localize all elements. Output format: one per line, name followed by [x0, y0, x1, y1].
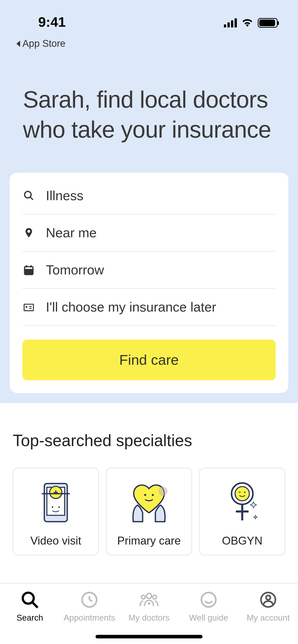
doctors-group-icon — [139, 590, 159, 610]
svg-point-36 — [201, 593, 216, 607]
tab-label: Appointments — [64, 613, 115, 623]
svg-rect-6 — [24, 304, 34, 311]
svg-point-31 — [146, 593, 152, 598]
battery-icon — [258, 18, 278, 28]
svg-line-30 — [89, 600, 92, 601]
insurance-value: I'll choose my insurance later — [46, 299, 216, 315]
svg-point-21 — [158, 487, 168, 496]
svg-point-0 — [25, 191, 31, 198]
insurance-card-icon — [22, 301, 35, 313]
search-icon — [22, 190, 35, 201]
search-card: Illness Near me Tomorrow I'll choose my … — [10, 173, 288, 393]
back-to-appstore-link[interactable]: App Store — [0, 38, 298, 57]
page-headline: Sarah, find local doctors who take your … — [0, 57, 298, 173]
specialty-card-primary-care[interactable]: Primary care — [106, 468, 192, 555]
account-icon — [258, 590, 278, 610]
specialty-card-obgyn[interactable]: OBGYN — [199, 468, 285, 555]
specialty-label: OBGYN — [222, 534, 263, 547]
home-indicator[interactable] — [96, 635, 202, 638]
svg-rect-3 — [25, 269, 33, 274]
search-condition-field[interactable]: Illness — [22, 183, 276, 214]
find-care-button[interactable]: Find care — [22, 340, 276, 380]
date-value: Tomorrow — [46, 262, 104, 277]
status-bar: 9:41 — [0, 0, 298, 38]
svg-point-16 — [52, 506, 53, 508]
cellular-signal-icon — [224, 18, 237, 27]
back-link-label: App Store — [22, 38, 65, 49]
specialties-title: Top-searched specialties — [13, 431, 285, 450]
calendar-icon — [22, 264, 35, 275]
specialty-label: Video visit — [30, 534, 81, 547]
svg-point-32 — [141, 595, 145, 599]
specialty-label: Primary care — [117, 534, 181, 547]
wifi-icon — [241, 18, 253, 28]
location-pin-icon — [22, 227, 35, 238]
tab-label: Well guide — [189, 613, 228, 623]
tab-my-doctors[interactable]: My doctors — [119, 590, 179, 623]
specialties-section: Top-searched specialties Video visit — [0, 403, 298, 555]
svg-line-27 — [32, 602, 38, 608]
status-indicators — [224, 18, 278, 28]
status-time: 9:41 — [38, 14, 66, 30]
tab-my-account[interactable]: My account — [238, 590, 298, 623]
svg-point-19 — [144, 494, 146, 496]
svg-point-38 — [266, 595, 270, 600]
tab-label: My doctors — [128, 613, 169, 623]
svg-point-23 — [235, 487, 249, 501]
tab-label: My account — [247, 613, 290, 623]
svg-point-33 — [153, 595, 157, 599]
obgyn-icon — [219, 478, 265, 527]
svg-point-20 — [152, 494, 154, 496]
tab-well-guide[interactable]: Well guide — [179, 590, 238, 623]
clock-icon — [79, 590, 100, 610]
location-value: Near me — [46, 225, 97, 240]
tab-search[interactable]: Search — [0, 590, 60, 623]
specialty-card-video-visit[interactable]: Video visit — [13, 468, 99, 555]
video-visit-icon — [33, 478, 79, 527]
svg-point-26 — [23, 593, 34, 604]
svg-point-17 — [58, 506, 60, 508]
smile-icon — [198, 590, 219, 610]
search-location-field[interactable]: Near me — [22, 214, 276, 252]
tab-label: Search — [17, 613, 43, 623]
tab-appointments[interactable]: Appointments — [60, 590, 119, 623]
search-date-field[interactable]: Tomorrow — [22, 252, 276, 289]
primary-care-icon — [126, 478, 172, 527]
condition-value: Illness — [46, 188, 83, 203]
search-tab-icon — [20, 590, 40, 610]
svg-line-1 — [30, 197, 33, 200]
search-insurance-field[interactable]: I'll choose my insurance later — [22, 289, 276, 326]
